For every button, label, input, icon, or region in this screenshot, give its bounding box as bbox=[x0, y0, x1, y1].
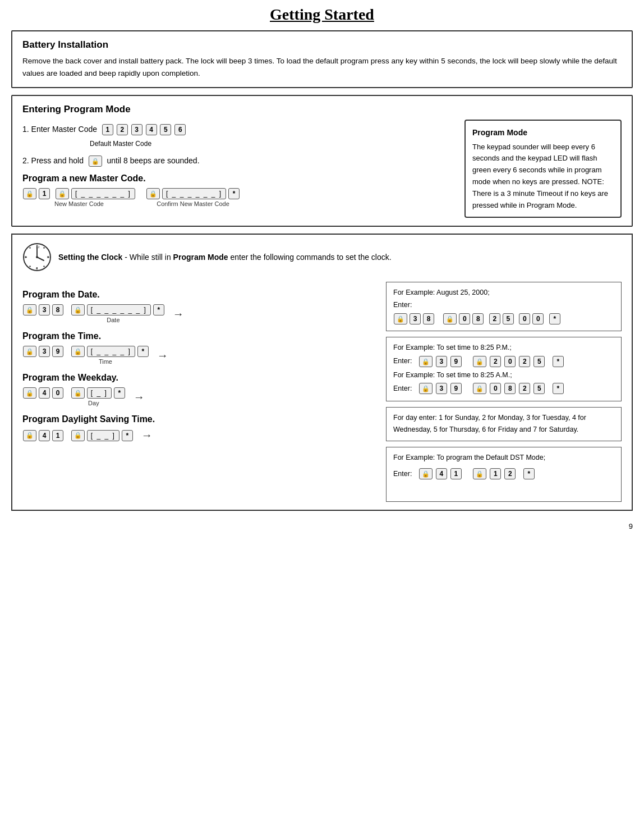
clock-right-boxes: For Example: August 25, 2000; Enter: 🔒 3… bbox=[386, 282, 622, 502]
program-mode-info-box: Program Mode The keypad sounder will bee… bbox=[464, 120, 622, 218]
key-8-date: 8 bbox=[52, 304, 63, 315]
lock-key-dst: 🔒 bbox=[23, 430, 36, 441]
weekday-example-text: For day enter: 1 for Sunday, 2 for Monda… bbox=[393, 412, 614, 436]
key-3-time: 3 bbox=[39, 346, 50, 357]
star-de: * bbox=[549, 313, 560, 324]
confirm-master-group: 🔒 [ _ _ _ _ _ _ ] * Confirm New Master C… bbox=[146, 188, 240, 207]
clock-section: 12 3 6 9 Setting the Clock - While still… bbox=[11, 234, 633, 511]
lock-key-wd2: 🔒 bbox=[71, 387, 85, 399]
lock-key-te1: 🔒 bbox=[419, 356, 433, 367]
lock-key-date2: 🔒 bbox=[71, 304, 85, 315]
program-time-title: Program the Time. bbox=[22, 331, 375, 341]
star-time: * bbox=[137, 346, 149, 357]
lock-key-wd: 🔒 bbox=[23, 387, 36, 399]
lock-key-de: 🔒 bbox=[394, 313, 407, 324]
key-0-te1: 0 bbox=[504, 356, 516, 367]
star-te1: * bbox=[553, 356, 564, 367]
lock-key-dst2: 🔒 bbox=[71, 430, 85, 441]
dst-field: [ _ _ ] bbox=[87, 430, 119, 441]
key-0-wd: 0 bbox=[52, 387, 63, 399]
program-mode-box-text: The keypad sounder will beep every 6 sec… bbox=[472, 141, 614, 212]
time-example-box: For Example: To set time to 8:25 P.M.; E… bbox=[386, 337, 622, 401]
star-te2: * bbox=[553, 383, 564, 394]
key-1-dst-ex2: 1 bbox=[490, 468, 501, 479]
lock-key-date: 🔒 bbox=[23, 304, 36, 315]
svg-point-8 bbox=[43, 248, 44, 249]
key-4-dst-ex: 4 bbox=[436, 468, 447, 479]
step1-text: 1. Enter Master Code 1 2 3 4 5 6 bbox=[22, 124, 453, 135]
key-9-te2: 9 bbox=[450, 383, 462, 394]
key-1-dst: 1 bbox=[52, 430, 63, 441]
key-5-de: 5 bbox=[503, 313, 514, 324]
time-field: [ _ _ _ _ ] bbox=[87, 346, 135, 357]
key-2-te1: 2 bbox=[490, 356, 501, 367]
time-example1-keys: Enter: 🔒 3 9 🔒 2 0 2 5 * bbox=[393, 355, 614, 367]
key-2-de: 2 bbox=[489, 313, 500, 324]
key-1-new: 1 bbox=[39, 188, 50, 199]
star-date: * bbox=[153, 304, 164, 315]
key-2-dst-ex: 2 bbox=[504, 468, 516, 479]
svg-text:12: 12 bbox=[36, 245, 40, 249]
key-9-te1: 9 bbox=[450, 356, 462, 367]
date-cmd-row: 🔒 3 8 🔒 [ _ _ _ _ _ _ ] * Date → bbox=[22, 304, 375, 323]
key-4: 4 bbox=[146, 124, 157, 135]
key-0-de2: 0 bbox=[519, 313, 530, 324]
key-4-dst: 4 bbox=[39, 430, 50, 441]
weekday-arrow: → bbox=[134, 391, 145, 404]
epm-title: Entering Program Mode bbox=[22, 104, 622, 115]
svg-line-3 bbox=[37, 257, 44, 260]
clock-left: Program the Date. 🔒 3 8 🔒 [ _ _ _ _ _ _ … bbox=[22, 282, 375, 502]
key-8-te2: 8 bbox=[504, 383, 516, 394]
key-0-de: 0 bbox=[459, 313, 470, 324]
lock-key-de2: 🔒 bbox=[443, 313, 457, 324]
time-arrow: → bbox=[157, 349, 168, 362]
date-example-keys: 🔒 3 8 🔒 0 8 2 5 0 0 * bbox=[393, 313, 614, 325]
lock-key-te2b: 🔒 bbox=[473, 383, 486, 394]
lock-key-new: 🔒 bbox=[23, 188, 36, 199]
program-weekday-title: Program the Weekday. bbox=[22, 373, 375, 383]
key-3: 3 bbox=[131, 124, 142, 135]
battery-text: Remove the back cover and install batter… bbox=[22, 55, 622, 79]
new-master-group: 🔒 1 🔒 [ _ _ _ _ _ _ ] New Master Code bbox=[22, 188, 136, 207]
program-dst-title: Program Daylight Saving Time. bbox=[22, 414, 375, 424]
battery-section: Battery Installation Remove the back cov… bbox=[11, 30, 633, 88]
key-9-time: 9 bbox=[52, 346, 63, 357]
star-dst-ex: * bbox=[523, 468, 535, 479]
time-example2-title: For Example: To set time to 8:25 A.M.; bbox=[393, 369, 614, 381]
star-wd: * bbox=[114, 387, 125, 399]
new-master-label: New Master Code bbox=[54, 200, 104, 207]
default-code-label: Default Master Code bbox=[90, 140, 453, 148]
key-2-te1b: 2 bbox=[519, 356, 530, 367]
key-2-te2: 2 bbox=[519, 383, 530, 394]
key-8-de2: 8 bbox=[472, 313, 484, 324]
dst-example-keys: Enter: 🔒 4 1 🔒 1 2 * bbox=[393, 468, 614, 480]
lock-key-step2: 🔒 bbox=[89, 155, 102, 167]
key-3-date: 3 bbox=[39, 304, 50, 315]
lock-key-time2: 🔒 bbox=[71, 346, 85, 357]
key-1-dst-ex: 1 bbox=[450, 468, 462, 479]
weekday-example-box: For day enter: 1 for Sunday, 2 for Monda… bbox=[386, 407, 622, 441]
weekday-cmd-row: 🔒 4 0 🔒 [ _ ] * Day → bbox=[22, 387, 375, 406]
lock-key-dst-ex: 🔒 bbox=[419, 468, 433, 479]
dst-example-box: For Example: To program the Default DST … bbox=[386, 447, 622, 502]
wd-field: [ _ ] bbox=[87, 387, 112, 399]
time-label: Time bbox=[62, 358, 149, 365]
key-0-te2: 0 bbox=[490, 383, 501, 394]
key-2: 2 bbox=[117, 124, 128, 135]
key-0-de3: 0 bbox=[532, 313, 544, 324]
program-mode-box-title: Program Mode bbox=[472, 126, 614, 139]
program-date-title: Program the Date. bbox=[22, 290, 375, 300]
date-example-title: For Example: August 25, 2000; bbox=[393, 287, 614, 299]
date-example-enter-label: Enter: bbox=[393, 299, 614, 311]
lock-key-te2: 🔒 bbox=[419, 383, 433, 394]
svg-point-11 bbox=[29, 266, 30, 267]
time-example1-title: For Example: To set time to 8:25 P.M.; bbox=[393, 342, 614, 354]
page-number: 9 bbox=[11, 518, 633, 530]
date-field: [ _ _ _ _ _ _ ] bbox=[87, 304, 151, 315]
clock-header-text: Setting the Clock - While still in Progr… bbox=[58, 253, 392, 262]
svg-point-10 bbox=[43, 266, 44, 267]
date-label: Date bbox=[62, 317, 165, 323]
new-master-field: [ _ _ _ _ _ _ ] bbox=[71, 188, 135, 199]
star-dst: * bbox=[122, 430, 133, 441]
confirm-master-field: [ _ _ _ _ _ _ ] bbox=[162, 188, 226, 199]
